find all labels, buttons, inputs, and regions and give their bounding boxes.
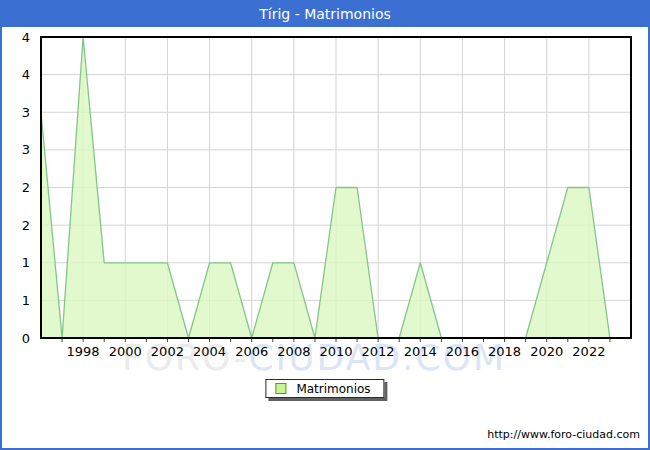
chart-area: FORO-CIUDAD.COM4433221101998200020022004… xyxy=(2,27,648,448)
y-tick-label: 3 xyxy=(22,142,30,157)
x-tick-label: 2010 xyxy=(319,344,352,359)
chart-frame: Tírig - Matrimonios FORO-CIUDAD.COM44332… xyxy=(0,0,650,450)
x-tick-label: 2020 xyxy=(530,344,563,359)
y-tick-label: 3 xyxy=(22,105,30,120)
x-tick-label: 2006 xyxy=(235,344,268,359)
y-tick-label: 0 xyxy=(22,331,30,346)
x-tick-label: 2012 xyxy=(362,344,395,359)
x-tick-label: 2014 xyxy=(404,344,437,359)
legend-label: Matrimonios xyxy=(296,382,370,396)
legend-box: Matrimonios xyxy=(265,379,384,398)
chart-title: Tírig - Matrimonios xyxy=(2,2,648,27)
x-tick-label: 2002 xyxy=(151,344,184,359)
legend-swatch-icon xyxy=(275,383,286,394)
x-tick-label: 2008 xyxy=(277,344,310,359)
y-tick-label: 1 xyxy=(22,255,30,270)
x-tick-label: 2018 xyxy=(488,344,521,359)
y-tick-label: 2 xyxy=(22,218,30,233)
x-tick-label: 2022 xyxy=(572,344,605,359)
y-tick-label: 1 xyxy=(22,293,30,308)
x-tick-label: 2016 xyxy=(446,344,479,359)
y-tick-label: 4 xyxy=(22,30,30,45)
x-tick-label: 1998 xyxy=(67,344,100,359)
y-tick-label: 2 xyxy=(22,180,30,195)
footer-url: http://www.foro-ciudad.com xyxy=(487,428,640,441)
x-tick-label: 2000 xyxy=(109,344,142,359)
x-tick-label: 2004 xyxy=(193,344,226,359)
y-tick-label: 4 xyxy=(22,67,30,82)
